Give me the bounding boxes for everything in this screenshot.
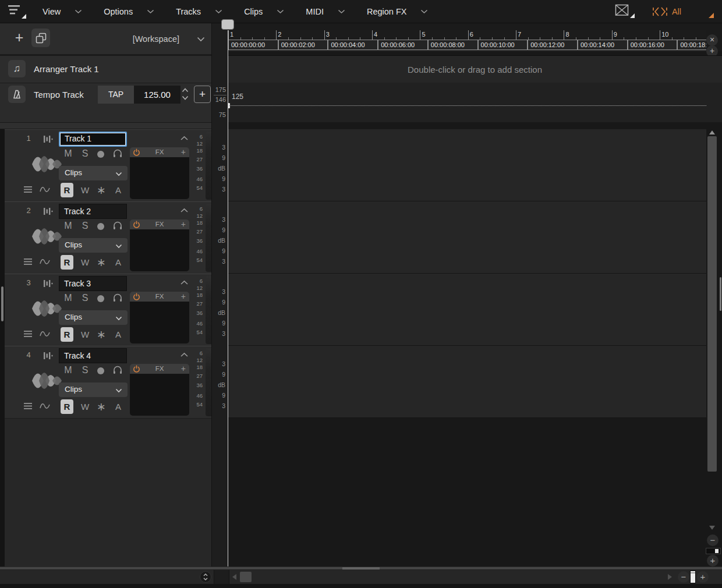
automation-trim-button[interactable]: ∗ xyxy=(95,327,108,342)
automation-a-button[interactable]: A xyxy=(112,327,125,342)
fx-chain-area[interactable] xyxy=(130,374,189,416)
solo-button[interactable]: S xyxy=(79,219,91,232)
fx-chain-area[interactable] xyxy=(130,229,189,271)
automation-wave-icon[interactable] xyxy=(39,329,51,338)
workspace-selector[interactable]: [Workspace] xyxy=(87,34,179,44)
bar-ruler[interactable]: 12345678910 xyxy=(228,30,722,40)
automation-read-button[interactable]: R xyxy=(61,327,73,342)
track-name-field[interactable]: Track 2 xyxy=(59,204,127,219)
arranger-track-header[interactable]: ♫ Arranger Track 1 xyxy=(0,55,211,83)
tap-tempo-button[interactable]: TAP xyxy=(98,86,134,104)
scroll-down-arrow[interactable] xyxy=(709,526,715,530)
automation-write-button[interactable]: W xyxy=(79,327,91,342)
menu-item[interactable]: Region FX xyxy=(367,7,429,16)
mute-button[interactable]: M xyxy=(62,147,74,160)
monitor-headphones-button[interactable] xyxy=(112,148,123,158)
mute-button[interactable]: M xyxy=(62,219,74,232)
track-row[interactable]: 1 Track 1 M S xyxy=(5,129,211,201)
collapse-chevron-icon[interactable] xyxy=(180,136,189,141)
automation-write-button[interactable]: W xyxy=(79,255,91,270)
menu-item[interactable]: MIDI xyxy=(306,7,345,16)
collapse-chevron-icon[interactable] xyxy=(180,280,189,285)
automation-a-button[interactable]: A xyxy=(112,183,125,197)
mute-button[interactable]: M xyxy=(62,364,74,377)
monitor-headphones-button[interactable] xyxy=(112,220,123,231)
automation-a-button[interactable]: A xyxy=(112,399,125,414)
record-arm-button[interactable] xyxy=(97,223,104,230)
playhead-handle[interactable] xyxy=(221,19,234,30)
vertical-zoom-slider-thumb[interactable] xyxy=(715,549,719,553)
mute-button[interactable]: M xyxy=(62,292,74,304)
track-row[interactable]: 3 Track 3 M S xyxy=(5,274,211,346)
track-options-icon[interactable] xyxy=(23,186,33,193)
automation-read-button[interactable]: R xyxy=(61,255,73,270)
punch-button[interactable] xyxy=(615,4,635,19)
tracks-panel-empty-area[interactable] xyxy=(5,418,211,566)
add-fx-button[interactable]: + xyxy=(181,292,186,301)
horizontal-zoom-slider-thumb[interactable] xyxy=(690,571,696,583)
tempo-curve-line[interactable] xyxy=(229,105,706,106)
scroll-right-arrow[interactable] xyxy=(668,574,672,580)
add-track-button[interactable]: + xyxy=(12,30,26,46)
track-row[interactable]: 2 Track 2 M S xyxy=(5,201,211,274)
close-ruler-button[interactable]: × xyxy=(706,34,718,46)
automation-trim-button[interactable]: ∗ xyxy=(95,183,108,197)
menu-item[interactable]: Tracks xyxy=(176,7,222,16)
solo-button[interactable]: S xyxy=(79,364,91,377)
add-tempo-point-button[interactable]: + xyxy=(194,86,211,103)
vertical-zoom-slider[interactable] xyxy=(706,548,721,554)
left-scroll-handle[interactable] xyxy=(1,286,3,321)
record-arm-button[interactable] xyxy=(97,367,104,374)
automation-wave-icon[interactable] xyxy=(39,401,51,410)
clips-dropdown[interactable]: Clips xyxy=(59,238,128,253)
add-fx-button[interactable]: + xyxy=(181,147,186,157)
solo-button[interactable]: S xyxy=(79,147,91,160)
duplicate-button[interactable] xyxy=(31,29,50,47)
bpm-value-field[interactable]: 125.00 xyxy=(134,86,180,104)
automation-write-button[interactable]: W xyxy=(79,183,91,197)
bpm-stepper[interactable] xyxy=(181,87,189,103)
automation-trim-button[interactable]: ∗ xyxy=(95,399,108,414)
tempo-track-header[interactable]: Tempo Track TAP 125.00 + xyxy=(0,83,211,122)
monitor-headphones-button[interactable] xyxy=(112,292,123,303)
scroll-left-arrow[interactable] xyxy=(232,574,236,580)
record-arm-button[interactable] xyxy=(97,295,104,302)
arranger-section-lane[interactable]: Double-click or drag to add section xyxy=(228,55,722,83)
automation-wave-icon[interactable] xyxy=(39,257,51,266)
track-name-field[interactable]: Track 1 xyxy=(59,132,127,147)
arranger-track-lane[interactable] xyxy=(228,129,706,201)
track-row[interactable]: 4 Track 4 M S xyxy=(5,346,211,418)
horizontal-scrollbar-thumb[interactable] xyxy=(240,572,252,582)
right-edge-handle[interactable] xyxy=(720,277,721,311)
automation-a-button[interactable]: A xyxy=(112,255,125,270)
automation-wave-icon[interactable] xyxy=(39,185,51,194)
scroll-up-arrow[interactable] xyxy=(709,130,715,134)
tempo-lane[interactable]: 125 xyxy=(228,83,722,122)
clips-dropdown[interactable]: Clips xyxy=(59,382,128,397)
track-name-field[interactable]: Track 3 xyxy=(59,276,127,291)
clips-dropdown[interactable]: Clips xyxy=(59,310,128,325)
add-fx-button[interactable]: + xyxy=(181,364,186,373)
add-fx-button[interactable]: + xyxy=(181,219,186,229)
arranger-track-lane[interactable] xyxy=(228,346,706,418)
main-menu-button[interactable] xyxy=(8,4,27,19)
menu-item[interactable]: View xyxy=(43,7,82,16)
automation-read-button[interactable]: R xyxy=(61,399,73,414)
fx-chain-area[interactable] xyxy=(130,302,189,343)
record-arm-button[interactable] xyxy=(97,151,104,158)
menu-item[interactable]: Options xyxy=(104,7,154,16)
vertical-zoom-out-button[interactable]: − xyxy=(707,534,719,546)
automation-trim-button[interactable]: ∗ xyxy=(95,255,108,270)
fx-chain-area[interactable] xyxy=(130,157,189,199)
horizontal-zoom-in-button[interactable]: + xyxy=(697,571,709,583)
solo-button[interactable]: S xyxy=(79,292,91,304)
timeline-ruler[interactable]: 12345678910 00:00:00:0000:00:02:0000:00:… xyxy=(228,23,722,51)
automation-write-button[interactable]: W xyxy=(79,399,91,414)
collapse-chevron-icon[interactable] xyxy=(180,352,189,357)
track-options-icon[interactable] xyxy=(23,330,33,338)
fit-vertical-button[interactable] xyxy=(200,571,211,583)
track-options-icon[interactable] xyxy=(23,402,33,410)
arranger-track-lane[interactable] xyxy=(228,274,706,346)
track-name-field[interactable]: Track 4 xyxy=(59,348,127,363)
timecode-ruler[interactable]: 00:00:00:0000:00:02:0000:00:04:0000:00:0… xyxy=(228,40,722,51)
